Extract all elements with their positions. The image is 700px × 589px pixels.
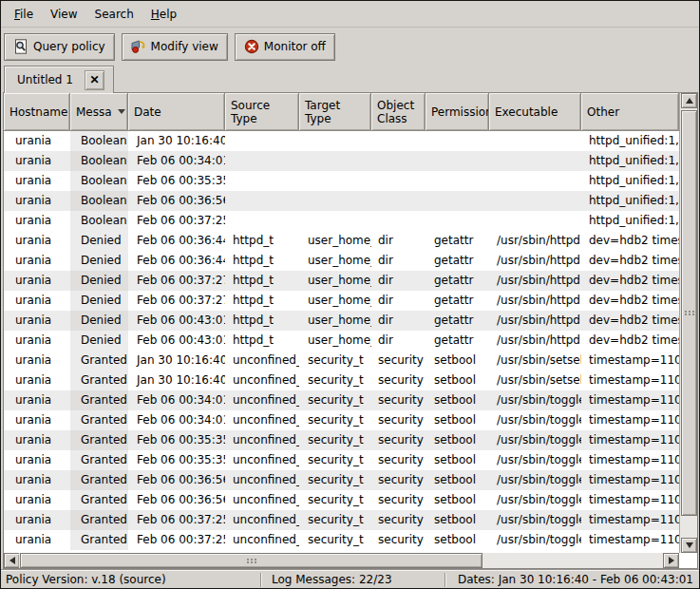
cell-permission: getattr <box>426 331 489 351</box>
up-arrow-icon <box>686 98 693 104</box>
vertical-scrollbar[interactable] <box>679 93 697 553</box>
cell-executable: /usr/sbin/setseb <box>489 351 581 370</box>
cell-date: Feb 06 00:37:25 <box>128 510 225 530</box>
table-row[interactable]: urania Denied Feb 06 00:37:27 httpd_t us… <box>4 271 679 291</box>
table-row[interactable]: urania Denied Feb 06 00:36:44 httpd_t us… <box>4 231 679 251</box>
cell-message: Boolean <box>70 171 128 191</box>
scroll-right-button[interactable] <box>663 553 679 568</box>
cell-hostname: urania <box>4 410 70 430</box>
table-row[interactable]: urania Granted Feb 06 00:37:25 unconfine… <box>4 510 679 530</box>
cell-object-class: security <box>371 490 426 510</box>
table-row[interactable]: urania Granted Feb 06 00:35:35 unconfine… <box>4 450 679 470</box>
menubar: FileViewSearchHelp <box>1 1 699 28</box>
cell-other: dev=hdb2 timesta <box>581 231 679 251</box>
cell-message: Denied <box>70 291 128 311</box>
log-table: Hostname Messa Date Source Type Target T… <box>3 92 698 569</box>
table-row[interactable]: urania Denied Feb 06 00:43:01 httpd_t us… <box>4 311 679 331</box>
cell-source-type: unconfined_ <box>225 390 299 410</box>
column-header-other[interactable]: Other <box>581 93 679 131</box>
cell-date: Feb 06 00:35:35 <box>128 430 225 450</box>
cell-permission: setbool <box>426 470 489 490</box>
thumb-grip-icon <box>685 311 687 313</box>
menu-item-help[interactable]: Help <box>146 3 181 26</box>
cell-permission: setbool <box>426 410 489 430</box>
table-row[interactable]: urania Denied Feb 06 00:37:27 httpd_t us… <box>4 291 679 311</box>
table-row[interactable]: urania Granted Feb 06 00:35:35 unconfine… <box>4 430 679 450</box>
tab-untitled-1[interactable]: Untitled 1 ✕ <box>4 66 114 93</box>
horizontal-scrollbar-thumb[interactable] <box>20 553 482 568</box>
cell-executable: /usr/sbin/httpd <box>489 311 581 331</box>
cell-hostname: urania <box>4 191 70 211</box>
cell-executable: /usr/sbin/toggle <box>489 450 581 470</box>
table-row[interactable]: urania Granted Feb 06 00:37:25 unconfine… <box>4 530 679 550</box>
cell-message: Boolean <box>70 151 128 171</box>
column-header-date[interactable]: Date <box>128 93 225 131</box>
cell-object-class: dir <box>371 231 426 251</box>
table-row[interactable]: urania Denied Feb 06 00:43:01 httpd_t us… <box>4 331 679 351</box>
cell-date: Feb 06 00:36:56 <box>128 490 225 510</box>
cell-message: Granted <box>70 430 128 450</box>
menu-item-file[interactable]: File <box>9 3 38 26</box>
monitor-off-button[interactable]: Monitor off <box>235 33 335 61</box>
right-arrow-icon <box>669 557 674 564</box>
cell-source-type: unconfined_ <box>225 490 299 510</box>
cell-executable <box>489 211 581 231</box>
cell-permission: setbool <box>426 390 489 410</box>
column-header-message[interactable]: Messa <box>70 93 128 131</box>
cell-executable <box>489 151 581 171</box>
table-row[interactable]: urania Granted Feb 06 00:34:01 unconfine… <box>4 410 679 430</box>
cell-target-type: user_home_ <box>299 311 371 331</box>
cell-source-type: unconfined_ <box>225 370 299 390</box>
cell-permission <box>426 211 489 231</box>
cell-other: timestamp=11076 <box>581 490 679 510</box>
menu-item-search[interactable]: Search <box>90 3 139 26</box>
cell-date: Feb 06 00:34:01 <box>128 151 225 171</box>
horizontal-scrollbar[interactable] <box>4 553 679 568</box>
query-policy-button[interactable]: Query policy <box>4 33 115 61</box>
cell-permission <box>426 171 489 191</box>
menu-item-view[interactable]: View <box>46 3 82 26</box>
table-row[interactable]: urania Granted Jan 30 10:16:40 unconfine… <box>4 370 679 390</box>
column-header-source-type[interactable]: Source Type <box>225 93 299 131</box>
cell-source-type: httpd_t <box>225 251 299 271</box>
table-row[interactable]: urania Boolean Feb 06 00:34:01 httpd_uni… <box>4 151 679 171</box>
status-bar: Policy Version: v.18 (source) Log Messag… <box>1 569 699 589</box>
column-header-object-class[interactable]: Object Class <box>371 93 426 131</box>
tab-close-button[interactable]: ✕ <box>85 70 104 90</box>
cell-message: Denied <box>70 311 128 331</box>
cell-object-class <box>371 211 426 231</box>
table-row[interactable]: urania Boolean Feb 06 00:35:35 httpd_uni… <box>4 171 679 191</box>
table-row[interactable]: urania Boolean Feb 06 00:36:56 httpd_uni… <box>4 191 679 211</box>
cell-permission: setbool <box>426 450 489 470</box>
vertical-scrollbar-track[interactable] <box>681 108 697 538</box>
column-header-hostname[interactable]: Hostname <box>4 93 70 131</box>
table-row[interactable]: urania Granted Jan 30 10:16:40 unconfine… <box>4 351 679 370</box>
cell-other: timestamp=11076 <box>581 530 679 550</box>
scroll-down-button[interactable] <box>681 538 697 553</box>
table-row[interactable]: urania Denied Feb 06 00:36:44 httpd_t us… <box>4 251 679 271</box>
scroll-left-button[interactable] <box>4 553 20 568</box>
cell-date: Feb 06 00:35:35 <box>128 450 225 470</box>
scroll-up-button[interactable] <box>681 93 697 108</box>
table-row[interactable]: urania Boolean Jan 30 10:16:40 httpd_uni… <box>4 131 679 151</box>
column-header-target-type[interactable]: Target Type <box>299 93 371 131</box>
cell-date: Feb 06 00:36:44 <box>128 231 225 251</box>
cell-hostname: urania <box>4 390 70 410</box>
horizontal-scrollbar-track[interactable] <box>19 553 664 568</box>
left-arrow-icon <box>9 557 15 564</box>
table-row[interactable]: urania Boolean Feb 06 00:37:25 httpd_uni… <box>4 211 679 231</box>
table-row[interactable]: urania Granted Feb 06 00:36:56 unconfine… <box>4 470 679 490</box>
table-row[interactable]: urania Granted Feb 06 00:36:56 unconfine… <box>4 490 679 510</box>
cell-date: Feb 06 00:35:35 <box>128 171 225 191</box>
table-row[interactable]: urania Granted Feb 06 00:34:01 unconfine… <box>4 390 679 410</box>
cell-hostname: urania <box>4 490 70 510</box>
cell-date: Feb 06 00:34:01 <box>128 390 225 410</box>
vertical-scrollbar-thumb[interactable] <box>681 110 697 516</box>
cell-executable <box>489 191 581 211</box>
cell-message: Granted <box>70 450 128 470</box>
column-header-permission[interactable]: Permission <box>426 93 489 131</box>
cell-permission: getattr <box>426 311 489 331</box>
cell-source-type: unconfined_ <box>225 470 299 490</box>
column-header-executable[interactable]: Executable <box>489 93 581 131</box>
modify-view-button[interactable]: Modify view <box>122 33 228 61</box>
